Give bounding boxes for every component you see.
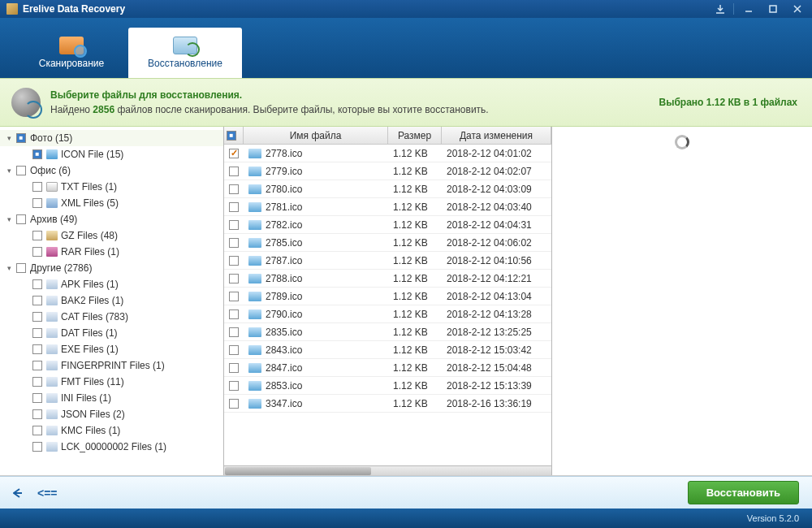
tree-node[interactable]: ▾Другие (2786) xyxy=(0,260,223,276)
file-checkbox[interactable] xyxy=(229,149,239,158)
file-row[interactable]: 2779.ico1.12 KB2018-2-12 04:02:07 xyxy=(224,162,551,180)
tree-node[interactable]: APK Files (1) xyxy=(0,276,223,292)
tree-checkbox[interactable] xyxy=(32,149,42,159)
file-row[interactable]: 2780.ico1.12 KB2018-2-12 04:03:09 xyxy=(224,180,551,198)
file-row[interactable]: 2835.ico1.12 KB2018-2-12 13:25:25 xyxy=(224,323,551,341)
recover-button[interactable]: Восстановить xyxy=(688,481,799,504)
tree-node[interactable]: EXE Files (1) xyxy=(0,341,223,357)
tree-node[interactable]: FINGERPRINT Files (1) xyxy=(0,357,223,374)
filetype-icon xyxy=(46,247,58,257)
file-checkbox[interactable] xyxy=(229,202,239,212)
file-row[interactable]: 2787.ico1.12 KB2018-2-12 04:10:56 xyxy=(224,252,551,270)
file-row[interactable]: 3347.ico1.12 KB2018-2-16 13:36:19 xyxy=(224,395,551,413)
file-row[interactable]: 2789.ico1.12 KB2018-2-12 04:13:04 xyxy=(224,288,551,305)
file-row[interactable]: 2785.ico1.12 KB2018-2-12 04:06:02 xyxy=(224,234,551,252)
file-checkbox[interactable] xyxy=(229,184,239,194)
tree-checkbox[interactable] xyxy=(32,393,42,403)
tree-checkbox[interactable] xyxy=(32,231,42,240)
tree-checkbox[interactable] xyxy=(32,279,42,289)
filetype-icon xyxy=(46,279,58,289)
file-icon xyxy=(248,274,261,283)
expand-toggle-icon[interactable]: ▾ xyxy=(5,264,13,272)
file-checkbox[interactable] xyxy=(229,309,239,319)
file-checkbox[interactable] xyxy=(229,274,239,283)
tab-recover[interactable]: Восстановление xyxy=(128,28,242,78)
tree-node[interactable]: TXT Files (1) xyxy=(0,179,223,195)
download-button[interactable] xyxy=(709,2,732,16)
file-row[interactable]: 2790.ico1.12 KB2018-2-12 04:13:28 xyxy=(224,305,551,323)
tree-checkbox[interactable] xyxy=(16,214,26,224)
minimize-button[interactable] xyxy=(737,2,760,16)
file-row[interactable]: 2778.ico1.12 KB2018-2-12 04:01:02 xyxy=(224,145,551,162)
file-checkbox[interactable] xyxy=(229,327,239,337)
file-mdate: 2018-2-12 04:13:28 xyxy=(442,309,551,320)
tree-node[interactable]: INI Files (1) xyxy=(0,390,223,406)
tree-node[interactable]: ▾Архив (49) xyxy=(0,211,223,227)
header-mdate[interactable]: Дата изменения xyxy=(442,127,551,144)
tree-checkbox[interactable] xyxy=(32,442,42,452)
info-icon xyxy=(11,88,41,117)
file-checkbox[interactable] xyxy=(229,363,239,373)
tree-node[interactable]: FMT Files (11) xyxy=(0,374,223,390)
tree-node[interactable]: CAT Files (783) xyxy=(0,309,223,325)
tree-checkbox[interactable] xyxy=(16,263,26,273)
tree-checkbox[interactable] xyxy=(16,166,26,175)
file-icon xyxy=(248,345,261,355)
tree-checkbox[interactable] xyxy=(32,296,42,305)
tree-node[interactable]: JSON Files (2) xyxy=(0,406,223,422)
tree-label: ICON File (15) xyxy=(61,149,123,160)
scrollbar-thumb[interactable] xyxy=(225,467,371,475)
tree-checkbox[interactable] xyxy=(32,312,42,322)
tree-node[interactable]: GZ Files (48) xyxy=(0,227,223,244)
tree-node[interactable]: KMC Files (1) xyxy=(0,422,223,439)
tree-node[interactable]: LCK_00000002 Files (1) xyxy=(0,439,223,455)
file-checkbox[interactable] xyxy=(229,256,239,266)
tree-node[interactable]: ▾Офис (6) xyxy=(0,162,223,179)
back-button[interactable]: <== xyxy=(13,487,58,500)
header-size[interactable]: Размер xyxy=(388,127,442,144)
tree-node[interactable]: RAR Files (1) xyxy=(0,244,223,260)
tab-scan[interactable]: Сканирование xyxy=(15,28,128,78)
file-checkbox[interactable] xyxy=(229,345,239,355)
expand-toggle-icon[interactable]: ▾ xyxy=(5,134,13,142)
file-row[interactable]: 2781.ico1.12 KB2018-2-12 04:03:40 xyxy=(224,198,551,216)
file-row[interactable]: 2788.ico1.12 KB2018-2-12 04:12:21 xyxy=(224,270,551,288)
expand-toggle-icon xyxy=(21,361,29,370)
file-row[interactable]: 2782.ico1.12 KB2018-2-12 04:04:31 xyxy=(224,216,551,234)
tree-checkbox[interactable] xyxy=(32,361,42,370)
tree-node[interactable]: ▾Фото (15) xyxy=(0,130,223,146)
file-checkbox[interactable] xyxy=(229,399,239,409)
expand-toggle-icon xyxy=(21,443,29,451)
file-checkbox[interactable] xyxy=(229,167,239,176)
info-bar: Выберите файлы для восстановления. Найде… xyxy=(0,78,812,127)
tree-node[interactable]: ICON File (15) xyxy=(0,146,223,162)
tree-node[interactable]: DAT Files (1) xyxy=(0,325,223,341)
maximize-button[interactable] xyxy=(762,2,784,16)
file-row[interactable]: 2853.ico1.12 KB2018-2-12 15:13:39 xyxy=(224,377,551,395)
tree-checkbox[interactable] xyxy=(32,377,42,387)
horizontal-scrollbar[interactable] xyxy=(224,465,551,475)
tree-node[interactable]: BAK2 Files (1) xyxy=(0,292,223,309)
file-row[interactable]: 2847.ico1.12 KB2018-2-12 15:04:48 xyxy=(224,359,551,377)
header-name[interactable]: Имя файла xyxy=(244,127,388,144)
expand-toggle-icon[interactable]: ▾ xyxy=(5,167,13,175)
file-row[interactable]: 2843.ico1.12 KB2018-2-12 15:03:42 xyxy=(224,341,551,359)
tree-checkbox[interactable] xyxy=(32,182,42,192)
close-button[interactable] xyxy=(786,2,809,16)
tree-checkbox[interactable] xyxy=(32,426,42,435)
select-all-checkbox[interactable] xyxy=(227,131,236,141)
expand-toggle-icon[interactable]: ▾ xyxy=(5,215,13,223)
tree-checkbox[interactable] xyxy=(32,328,42,338)
file-name: 2788.ico xyxy=(266,273,302,284)
tree-checkbox[interactable] xyxy=(32,198,42,208)
file-checkbox[interactable] xyxy=(229,238,239,248)
tree-checkbox[interactable] xyxy=(32,409,42,419)
header-checkbox-col[interactable] xyxy=(224,127,244,144)
tree-checkbox[interactable] xyxy=(32,247,42,257)
tree-node[interactable]: XML Files (5) xyxy=(0,195,223,211)
file-checkbox[interactable] xyxy=(229,220,239,230)
tree-checkbox[interactable] xyxy=(32,344,42,354)
file-checkbox[interactable] xyxy=(229,292,239,301)
tree-checkbox[interactable] xyxy=(16,133,26,143)
file-checkbox[interactable] xyxy=(229,381,239,391)
